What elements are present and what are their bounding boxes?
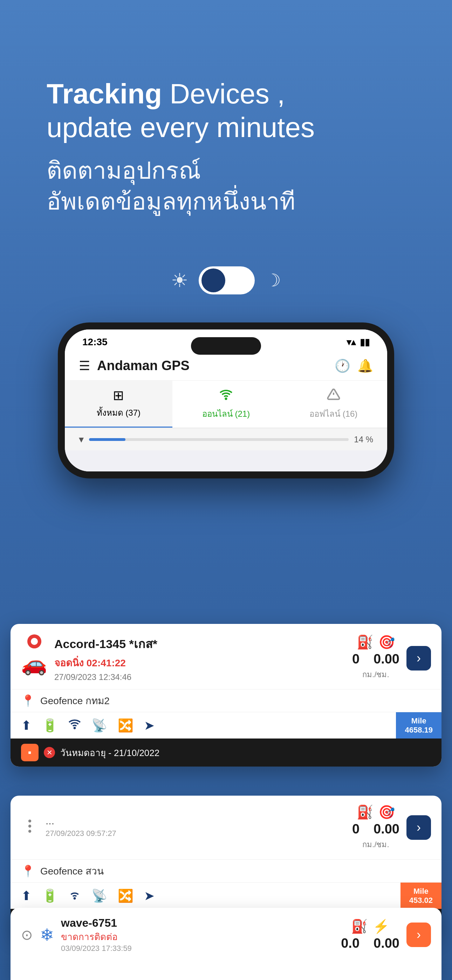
card3-metrics: ⛽ ⚡ 0.0 0.00: [341, 919, 399, 951]
device-card-1: 🚗 Accord-1345 *เกส* จอดนิ่ง 02:41:22 27/…: [11, 624, 441, 767]
card2-values: 0 0.00: [352, 822, 399, 837]
card2-action-icons: ⬆ 🔋 📡 🔀 ➤ Mile 453.02: [11, 882, 441, 909]
device-status: จอดนิ่ง 02:41:22: [54, 655, 345, 670]
geofence-row: 📍 Geofence กทม2: [11, 689, 441, 712]
tab-all[interactable]: ⊞ ทั้งหมด (37): [65, 381, 172, 428]
fuel-icon: ⛽: [357, 635, 373, 650]
battery-icon: ▮▮: [360, 337, 370, 348]
card2-metric-icons: ⛽ 🎯: [357, 804, 395, 820]
navigation-icon[interactable]: ➤: [144, 718, 154, 733]
hero-section: Tracking Devices , update every minutes …: [46, 77, 315, 217]
header-icons: 🕐 🔔: [334, 359, 373, 373]
svg-point-3: [74, 728, 75, 729]
status-dot-inner: [31, 638, 38, 645]
card3-fuel-value: 0.0: [341, 936, 360, 951]
card2-wifi-icon[interactable]: [68, 888, 81, 904]
progress-bar: [89, 438, 349, 441]
hero-thai-line2: อัพเดตข้อมูลทุกหนึ่งนาที: [46, 188, 295, 215]
card2-mile-value: 453.02: [409, 896, 433, 905]
car-icon-container: 🚗: [21, 635, 47, 676]
card2-route-icon[interactable]: 🔀: [118, 889, 134, 903]
mileage-badge: Mile 4658.19: [396, 712, 441, 738]
progress-fill: [89, 438, 126, 441]
svg-point-0: [225, 398, 226, 399]
card2-geofence-row: 📍 Geofence สวน: [11, 859, 441, 882]
card1-metrics: ⛽ 🎯 0 0.00 กม./ชม.: [352, 635, 399, 681]
device-square-icon: ▪: [21, 744, 38, 761]
tab-online[interactable]: ออนไลน์ (21): [172, 381, 280, 428]
expiry-text: ✕ วันหมดอายุ - 21/10/2022: [44, 746, 431, 760]
wifi-signal-icon[interactable]: [68, 718, 81, 733]
card2-mileage-badge: Mile 453.02: [401, 883, 441, 909]
speed-value: 0.00: [374, 652, 399, 667]
svg-point-4: [29, 819, 31, 822]
card2-fuel-value: 0: [352, 822, 360, 837]
card3-timestamp: 03/09/2023 17:33:59: [61, 944, 334, 953]
card2-geofence-label: Geofence สวน: [40, 863, 104, 879]
card2-speed-value: 0.00: [374, 822, 399, 837]
card2-satellite-icon[interactable]: 📡: [91, 889, 107, 903]
expiry-x-icon: ✕: [44, 747, 55, 758]
metric-icons-row: ⛽ 🎯: [357, 635, 395, 650]
header-left: ☰ Andaman GPS: [79, 358, 189, 373]
card2-speed-icon: 🎯: [379, 804, 395, 820]
share-icon[interactable]: ⬆: [21, 718, 32, 733]
sun-icon: ☀: [171, 269, 188, 292]
status-icons: ▾▴ ▮▮: [347, 337, 370, 348]
battery-charge-icon[interactable]: 🔋: [42, 718, 58, 733]
dots-icon: [21, 818, 38, 838]
progress-label: 14 %: [354, 434, 373, 444]
clock-time: 12:35: [82, 336, 108, 348]
app-title: Andaman GPS: [97, 358, 189, 373]
card2-navigate-button[interactable]: ›: [406, 815, 431, 840]
status-bar: 12:35 ▾▴ ▮▮: [65, 329, 387, 351]
metric-values-row: 0 0.00: [352, 652, 399, 667]
card1-info: Accord-1345 *เกส* จอดนิ่ง 02:41:22 27/09…: [54, 635, 345, 682]
tab-offline-label: ออฟไลน์ (16): [309, 407, 357, 421]
card3-status-icon: ⊙: [21, 927, 33, 943]
status-indicator: [27, 635, 41, 648]
card3-metric-icons: ⛽ ⚡: [351, 919, 389, 934]
card2-share-icon[interactable]: ⬆: [21, 889, 32, 903]
progress-area: ▾ 14 %: [65, 428, 387, 450]
card3-main: ⊙ ❄ wave-6751 ขาดการติดต่อ 03/09/2023 17…: [11, 908, 441, 962]
theme-toggle-switch[interactable]: [199, 266, 255, 294]
card2-location-icon: 📍: [21, 864, 35, 878]
toggle-knob: [202, 269, 225, 292]
device-name: Accord-1345 *เกส*: [54, 635, 345, 653]
card3-device-name: wave-6751: [61, 916, 334, 929]
satellite-icon[interactable]: 📡: [91, 718, 107, 733]
card2-main: ··· 27/09/2023 09:57:27 ⛽ 🎯 0 0.00 กม./ช…: [11, 795, 441, 859]
moon-icon: ☽: [265, 270, 281, 291]
dynamic-island: [191, 337, 261, 355]
tab-offline[interactable]: ออฟไลน์ (16): [280, 381, 387, 428]
card2-device-name: ···: [46, 817, 345, 829]
card3-vehicle-icon: ❄: [40, 925, 54, 945]
grid-icon: ⊞: [113, 388, 124, 403]
notification-bell-icon[interactable]: 🔔: [357, 359, 373, 373]
route-icon[interactable]: 🔀: [118, 718, 134, 733]
mile-value: 4658.19: [405, 725, 433, 735]
card2-battery-icon[interactable]: 🔋: [42, 889, 58, 903]
warning-icon: [327, 388, 340, 404]
speedometer-icon: 🎯: [379, 635, 395, 650]
geofence-label: Geofence กทม2: [40, 693, 110, 708]
hero-title-normal: Devices ,: [170, 78, 285, 109]
navigate-button[interactable]: ›: [406, 646, 431, 670]
tab-online-label: ออนไลน์ (21): [202, 407, 250, 421]
card2-nav-icon[interactable]: ➤: [144, 889, 154, 903]
card3-values: 0.0 0.00: [341, 936, 399, 951]
hero-title: Tracking Devices , update every minutes: [46, 77, 315, 145]
expiry-label: วันหมดอายุ - 21/10/2022: [60, 746, 159, 760]
history-icon[interactable]: 🕐: [334, 359, 350, 373]
card2-metrics: ⛽ 🎯 0 0.00 กม./ชม.: [352, 804, 399, 851]
card3-navigate-button[interactable]: ›: [406, 923, 431, 947]
theme-toggle-area: ☀ ☽: [171, 266, 281, 294]
svg-point-7: [74, 898, 75, 899]
card3-speed-icon: ⚡: [373, 919, 389, 934]
wifi-status-icon: ▾▴: [347, 337, 356, 348]
action-icons-row: ⬆ 🔋 📡 🔀 ➤ Mile 4658.19: [11, 712, 441, 738]
location-pin-icon: 📍: [21, 694, 35, 707]
hamburger-icon[interactable]: ☰: [79, 359, 90, 373]
card2-mile-label: Mile: [414, 887, 428, 896]
